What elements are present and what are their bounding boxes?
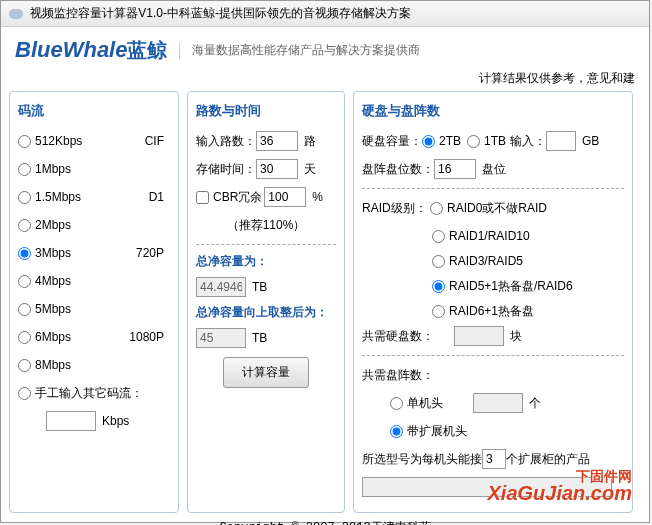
need-disks-label: 共需硬盘数： [362, 328, 434, 345]
store-time-label: 存储时间： [196, 161, 256, 178]
need-disks-output [454, 326, 504, 346]
input-paths-unit: 路 [304, 133, 316, 150]
model-suffix: 个扩展柜的产品 [506, 451, 590, 468]
bitrate-manual-radio[interactable]: 手工输入其它码流： [18, 385, 143, 402]
logo-en: BlueWhale [15, 37, 127, 62]
slots-input[interactable] [434, 159, 476, 179]
store-time-input[interactable] [256, 159, 298, 179]
disk-cap-label: 硬盘容量： [362, 133, 422, 150]
head-single-output [473, 393, 523, 413]
net-cap-label: 总净容量为： [196, 253, 336, 270]
header: BlueWhale蓝鲸 海量数据高性能存储产品与解决方案提供商 [1, 27, 649, 70]
store-time-unit: 天 [304, 161, 316, 178]
bitrate-res-0: CIF [145, 134, 164, 148]
disk-2tb-radio[interactable]: 2TB [422, 134, 461, 148]
disk-panel: 硬盘与盘阵数 硬盘容量： 2TB 1TB 输入： GB 盘阵盘位数： 盘位 RA… [353, 91, 633, 513]
logo-cn: 蓝鲸 [127, 39, 167, 61]
bitrate-res-4: 720P [136, 246, 164, 260]
bitrate-manual-unit: Kbps [102, 414, 129, 428]
cbr-unit: % [312, 190, 323, 204]
bitrate-opt-0[interactable]: 512Kbps [18, 134, 93, 148]
bitrate-opt-6[interactable]: 5Mbps [18, 302, 93, 316]
bitrate-opt-4[interactable]: 3Mbps [18, 246, 93, 260]
bitrate-res-2: D1 [149, 190, 164, 204]
cbr-input[interactable] [264, 187, 306, 207]
head-expand-radio[interactable]: 带扩展机头 [390, 423, 467, 440]
ceil-output [196, 328, 246, 348]
need-arrays-label: 共需盘阵数： [362, 367, 434, 384]
slots-label: 盘阵盘位数： [362, 161, 434, 178]
net-cap-unit: TB [252, 280, 267, 294]
input-paths-label: 输入路数： [196, 133, 256, 150]
ceil-label: 总净容量向上取整后为： [196, 304, 336, 321]
bitrate-opt-8[interactable]: 8Mbps [18, 358, 93, 372]
head-unit: 个 [529, 395, 541, 412]
result-note: 计算结果仅供参考，意见和建 [1, 70, 649, 91]
model-label: 所选型号为每机头能接 [362, 451, 482, 468]
bitrate-title: 码流 [18, 102, 170, 120]
slogan: 海量数据高性能存储产品与解决方案提供商 [179, 42, 420, 59]
watermark: 下固件网 XiaGuJian.com [488, 468, 633, 505]
raid-opt-1[interactable]: RAID1/RAID10 [432, 229, 530, 243]
calc-button[interactable]: 计算容量 [223, 357, 309, 388]
bitrate-manual-input[interactable] [46, 411, 96, 431]
bitrate-res-7: 1080P [129, 330, 164, 344]
window-titlebar: 视频监控容量计算器V1.0-中科蓝鲸-提供国际领先的音视频存储解决方案 [1, 1, 649, 27]
slots-unit: 盘位 [482, 161, 506, 178]
bitrate-opt-1[interactable]: 1Mbps [18, 162, 93, 176]
need-disks-unit: 块 [510, 328, 522, 345]
model-input[interactable] [482, 449, 506, 469]
bitrate-opt-3[interactable]: 2Mbps [18, 218, 93, 232]
disk-title: 硬盘与盘阵数 [362, 102, 624, 120]
bitrate-opt-2[interactable]: 1.5Mbps [18, 190, 93, 204]
disk-1tb-radio[interactable]: 1TB [467, 134, 506, 148]
gb-unit: GB [582, 134, 599, 148]
paths-title: 路数与时间 [196, 102, 336, 120]
disk-cap-input[interactable] [546, 131, 576, 151]
bitrate-opt-5[interactable]: 4Mbps [18, 274, 93, 288]
paths-panel: 路数与时间 输入路数： 路 存储时间： 天 CBR冗余 % （推荐110%） 总… [187, 91, 345, 513]
disk-input-label: 输入： [510, 133, 546, 150]
raid-label: RAID级别： [362, 200, 430, 217]
app-icon [9, 9, 23, 19]
cbr-checkbox[interactable] [196, 191, 209, 204]
cbr-label: CBR冗余 [213, 189, 262, 206]
net-cap-output [196, 277, 246, 297]
raid-opt-4[interactable]: RAID6+1热备盘 [432, 303, 534, 320]
bitrate-panel: 码流 512KbpsCIF 1Mbps 1.5MbpsD1 2Mbps 3Mbp… [9, 91, 179, 513]
raid-opt-3[interactable]: RAID5+1热备盘/RAID6 [432, 278, 573, 295]
window-title: 视频监控容量计算器V1.0-中科蓝鲸-提供国际领先的音视频存储解决方案 [30, 6, 411, 20]
head-single-radio[interactable]: 单机头 [390, 395, 443, 412]
footer: Copyright © 2007-2013天津中科蓝 [1, 513, 649, 525]
raid-opt-0[interactable]: RAID0或不做RAID [430, 200, 547, 217]
bitrate-opt-7[interactable]: 6Mbps [18, 330, 93, 344]
watermark-en: XiaGuJian.com [488, 482, 633, 504]
cbr-hint: （推荐110%） [227, 217, 306, 234]
bitrate-manual-label: 手工输入其它码流： [35, 385, 143, 402]
ceil-unit: TB [252, 331, 267, 345]
raid-opt-2[interactable]: RAID3/RAID5 [432, 254, 523, 268]
input-paths-input[interactable] [256, 131, 298, 151]
logo: BlueWhale蓝鲸 [15, 37, 167, 64]
